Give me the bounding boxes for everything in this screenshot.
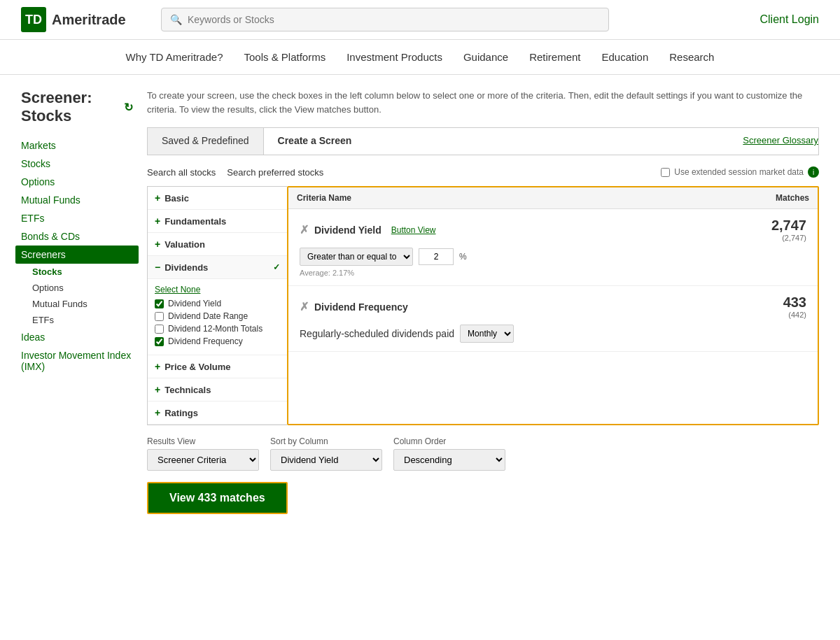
tab-saved-predefined[interactable]: Saved & Predefined [148,128,264,155]
results-view-label: Results View [147,436,259,446]
sidebar-sub-etfs[interactable]: ETFs [21,312,133,328]
sidebar-sub-stocks[interactable]: Stocks [21,264,133,280]
sidebar-item-ideas[interactable]: Ideas [21,328,133,346]
plus-icon-technicals: + [155,384,160,395]
dividends-dropdown: Select None Dividend Yield Dividend Date… [148,279,287,355]
button-view-link[interactable]: Button View [391,225,436,235]
dividend-frequency-description: Regularly-scheduled dividends paid [300,328,454,339]
category-dividends-label: Dividends [164,262,208,273]
extended-session-checkbox[interactable] [661,168,670,177]
sidebar-item-options[interactable]: Options [21,173,133,191]
remove-dividend-yield-icon[interactable]: ✗ [300,223,309,236]
dividend-yield-matches: 2,747 (2,747) [771,218,806,242]
category-fundamentals[interactable]: + Fundamentals [148,210,287,233]
dividend-yield-controls: Greater than or equal to % [300,248,806,266]
column-order-group: Column Order Descending Ascending [393,436,505,471]
category-fundamentals-label: Fundamentals [164,216,226,227]
sidebar-item-stocks[interactable]: Stocks [21,155,133,173]
tabs-bar: Saved & Predefined Create a Screen Scree… [147,127,819,155]
checkbox-dividend-date[interactable]: Dividend Date Range [155,311,280,321]
sidebar-sub-options[interactable]: Options [21,280,133,296]
criteria-row-dividend-yield: ✗ Dividend Yield Button View 2,747 (2,74… [288,209,818,286]
dividends-checkmark: ✓ [273,262,280,272]
category-dividends[interactable]: − Dividends ✓ [148,256,287,279]
dividend-yield-avg: Average: 2.17% [300,269,806,277]
nav-why-td[interactable]: Why TD Ameritrade? [126,51,223,63]
page-description: To create your screen, use the check box… [147,89,819,116]
td-logo: TD [21,7,46,32]
plus-icon-basic: + [155,192,160,204]
column-order-select[interactable]: Descending Ascending [393,449,505,471]
criteria-row-dividend-frequency: ✗ Dividend Frequency 433 (442) Regularly… [288,286,818,352]
sidebar-item-screeners[interactable]: Screeners [15,246,139,264]
dividend-frequency-select[interactable]: Monthly [460,325,514,343]
dividend-frequency-title: ✗ Dividend Frequency [300,300,408,313]
category-ratings[interactable]: + Ratings [148,401,287,425]
results-view-select[interactable]: Screener Criteria Custom View [147,449,259,471]
checkbox-dividend-yield[interactable]: Dividend Yield [155,299,280,308]
search-bar[interactable]: 🔍 [161,8,609,31]
remove-dividend-frequency-icon[interactable]: ✗ [300,300,309,313]
category-valuation-label: Valuation [164,239,205,250]
matches-header: Matches [776,193,809,203]
category-valuation[interactable]: + Valuation [148,233,287,256]
nav-retirement[interactable]: Retirement [529,51,580,63]
category-basic[interactable]: + Basic [148,187,287,210]
plus-icon-fundamentals: + [155,215,160,227]
info-icon[interactable]: i [808,166,819,178]
bottom-controls: Results View Screener Criteria Custom Vi… [147,436,819,471]
search-input[interactable] [188,14,600,25]
extended-session-label: Use extended session market data [674,167,804,177]
tab-create-screen[interactable]: Create a Screen [264,128,366,155]
nav-investment[interactable]: Investment Products [346,51,442,63]
column-order-label: Column Order [393,436,505,446]
screener-layout: + Basic + Fundamentals + Valuation − Div… [147,186,819,425]
dividend-frequency-controls: Regularly-scheduled dividends paid Month… [300,325,806,343]
main-nav: Why TD Ameritrade? Tools & Platforms Inv… [0,40,840,75]
header: TD Ameritrade 🔍 Client Login [0,0,840,40]
dividend-yield-matches-sub: (2,747) [771,234,806,242]
nav-tools[interactable]: Tools & Platforms [244,51,326,63]
sidebar-item-markets[interactable]: Markets [21,136,133,155]
left-categories-panel: + Basic + Fundamentals + Valuation − Div… [147,186,287,425]
sidebar: Screener: Stocks ↻ Markets Stocks Option… [21,89,133,514]
screener-glossary-link[interactable]: Screener Glossary [743,128,818,155]
category-technicals-label: Technicals [164,385,211,395]
plus-icon-price-volume: + [155,361,160,372]
sidebar-item-imx[interactable]: Investor Movement Index (IMX) [21,346,133,376]
sort-by-label: Sort by Column [270,436,382,446]
search-all-stocks[interactable]: Search all stocks [147,167,216,178]
extended-session-option: Use extended session market data i [661,166,819,178]
sidebar-item-mutual-funds[interactable]: Mutual Funds [21,191,133,209]
select-none-link[interactable]: Select None [155,285,280,294]
nav-research[interactable]: Research [669,51,714,63]
client-login-link[interactable]: Client Login [760,13,820,26]
dividend-yield-matches-num: 2,747 [771,218,806,233]
main-content: Screener: Stocks ↻ Markets Stocks Option… [0,75,840,528]
refresh-icon[interactable]: ↻ [124,101,133,114]
category-price-volume[interactable]: + Price & Volume [148,355,287,378]
criteria-header-row: Criteria Name Matches [288,187,818,209]
nav-guidance[interactable]: Guidance [463,51,508,63]
dividend-frequency-matches-num: 433 [783,294,806,310]
sidebar-item-etfs[interactable]: ETFs [21,209,133,227]
checkbox-dividend-frequency[interactable]: Dividend Frequency [155,336,280,346]
plus-icon-ratings: + [155,407,160,418]
dividend-yield-label: Dividend Yield [314,225,382,236]
sidebar-item-bonds[interactable]: Bonds & CDs [21,227,133,246]
view-matches-button[interactable]: View 433 matches [147,482,288,514]
sort-by-select[interactable]: Dividend Yield Dividend Frequency [270,449,382,471]
plus-icon-valuation: + [155,239,160,250]
sidebar-sub-mutual-funds[interactable]: Mutual Funds [21,296,133,312]
results-view-group: Results View Screener Criteria Custom Vi… [147,436,259,471]
dividend-yield-operator-select[interactable]: Greater than or equal to [300,248,413,266]
dividend-yield-value-input[interactable] [419,248,454,265]
category-technicals[interactable]: + Technicals [148,378,287,401]
search-options-bar: Search all stocks Search preferred stock… [147,166,819,178]
search-preferred-stocks[interactable]: Search preferred stocks [227,167,323,178]
dividend-yield-title: ✗ Dividend Yield Button View [300,223,436,236]
nav-education[interactable]: Education [602,51,649,63]
category-basic-label: Basic [164,193,189,204]
checkbox-dividend-12month[interactable]: Dividend 12-Month Totals [155,324,280,334]
minus-icon-dividends: − [155,262,160,273]
